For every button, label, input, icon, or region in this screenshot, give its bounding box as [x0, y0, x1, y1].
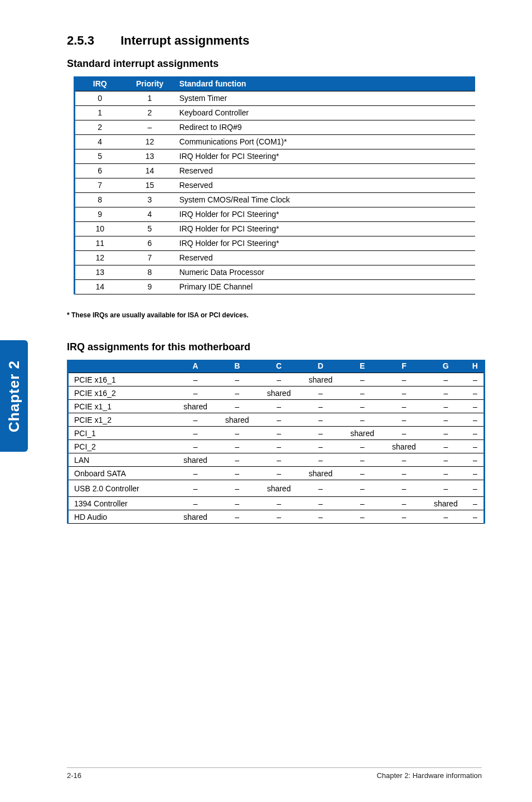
table-row: PCIE x16_1–––shared–––– — [69, 373, 483, 386]
subheading-standard-assignments: Standard interrupt assignments — [67, 58, 482, 70]
table-row: 1394 Controller––––––shared– — [69, 497, 483, 510]
cell-value: – — [175, 427, 216, 440]
cell-value: – — [175, 440, 216, 453]
cell-value: – — [216, 400, 258, 413]
cell-function: IRQ Holder for PCI Steering* — [175, 236, 476, 250]
cell-irq: 8 — [75, 192, 125, 207]
cell-function: Reserved — [175, 250, 476, 265]
table-header-row: IRQ Priority Standard function — [75, 76, 476, 91]
standard-irq-table: IRQ Priority Standard function 01System … — [74, 76, 475, 294]
cell-value: – — [216, 510, 258, 524]
table-row: 412Communications Port (COM1)* — [75, 134, 476, 149]
cell-value: – — [467, 467, 483, 480]
page-footer: 2-16 Chapter 2: Hardware information — [67, 767, 482, 780]
table-row: 12Keyboard Controller — [75, 105, 476, 120]
cell-value: – — [299, 427, 341, 440]
cell-device: PCIE x1_1 — [69, 400, 175, 413]
cell-value: shared — [258, 480, 300, 497]
col-header-h: H — [467, 360, 483, 373]
page: Chapter 2 2.5.3 Interrupt assignments St… — [0, 0, 532, 802]
cell-value: – — [425, 427, 467, 440]
table-row: 614Reserved — [75, 163, 476, 178]
cell-function: Numeric Data Processor — [175, 265, 476, 279]
cell-device: PCIE x16_1 — [69, 373, 175, 386]
cell-value: – — [383, 373, 425, 386]
cell-value: – — [299, 497, 341, 510]
cell-value: shared — [341, 427, 383, 440]
cell-device: PCI_1 — [69, 427, 175, 440]
cell-value: – — [258, 373, 300, 386]
cell-priority: 5 — [125, 221, 175, 236]
cell-value: – — [467, 373, 483, 386]
cell-value: – — [425, 467, 467, 480]
cell-irq: 10 — [75, 221, 125, 236]
cell-value: – — [467, 440, 483, 453]
cell-value: – — [341, 453, 383, 467]
cell-priority: 12 — [125, 134, 175, 149]
cell-priority: 4 — [125, 207, 175, 221]
cell-device: PCI_2 — [69, 440, 175, 453]
cell-priority: 9 — [125, 279, 175, 294]
page-number: 2-16 — [67, 771, 81, 780]
cell-value: – — [383, 480, 425, 497]
cell-value: – — [425, 373, 467, 386]
cell-priority: – — [125, 120, 175, 134]
table-row: PCI_1––––shared––– — [69, 427, 483, 440]
cell-value: – — [341, 413, 383, 427]
cell-value: shared — [175, 400, 216, 413]
cell-value: shared — [175, 510, 216, 524]
cell-function: IRQ Holder for PCI Steering* — [175, 221, 476, 236]
cell-value: – — [299, 413, 341, 427]
cell-function: Reserved — [175, 163, 476, 178]
table-row: Onboard SATA–––shared–––– — [69, 467, 483, 480]
cell-value: – — [383, 413, 425, 427]
cell-irq: 12 — [75, 250, 125, 265]
cell-function: Reserved — [175, 178, 476, 192]
cell-value: – — [383, 386, 425, 400]
cell-device: PCIE x16_2 — [69, 386, 175, 400]
col-header-e: E — [341, 360, 383, 373]
cell-value: – — [258, 453, 300, 467]
cell-value: – — [299, 400, 341, 413]
cell-value: – — [467, 413, 483, 427]
cell-value: – — [467, 480, 483, 497]
cell-irq: 1 — [75, 105, 125, 120]
cell-value: – — [175, 373, 216, 386]
table-row: 149Primary IDE Channel — [75, 279, 476, 294]
table-row: USB 2.0 Controller––shared––––– — [69, 480, 483, 497]
table-row: 513IRQ Holder for PCI Steering* — [75, 149, 476, 163]
cell-value: – — [383, 510, 425, 524]
cell-value: – — [383, 400, 425, 413]
cell-device: USB 2.0 Controller — [69, 480, 175, 497]
cell-value: – — [175, 497, 216, 510]
col-header-d: D — [299, 360, 341, 373]
cell-value: – — [216, 497, 258, 510]
cell-priority: 14 — [125, 163, 175, 178]
cell-function: Communications Port (COM1)* — [175, 134, 476, 149]
cell-irq: 11 — [75, 236, 125, 250]
cell-value: – — [425, 453, 467, 467]
cell-value: – — [299, 510, 341, 524]
cell-function: Keyboard Controller — [175, 105, 476, 120]
cell-device: LAN — [69, 453, 175, 467]
cell-irq: 6 — [75, 163, 125, 178]
footnote-text: * These IRQs are usually available for I… — [67, 311, 482, 319]
table-row: 715Reserved — [75, 178, 476, 192]
cell-value: – — [216, 386, 258, 400]
cell-value: – — [216, 427, 258, 440]
cell-value: – — [383, 427, 425, 440]
cell-value: – — [216, 440, 258, 453]
cell-value: – — [425, 440, 467, 453]
section-number: 2.5.3 — [67, 33, 117, 48]
cell-value: – — [341, 373, 383, 386]
cell-priority: 15 — [125, 178, 175, 192]
cell-value: shared — [258, 386, 300, 400]
cell-value: – — [467, 386, 483, 400]
cell-value: – — [467, 427, 483, 440]
table-header-row: A B C D E F G H — [69, 360, 483, 373]
col-header-g: G — [425, 360, 467, 373]
col-header-priority: Priority — [125, 76, 175, 91]
table-row: 138Numeric Data Processor — [75, 265, 476, 279]
table-row: PCIE x16_2––shared––––– — [69, 386, 483, 400]
table-row: PCI_2–––––shared–– — [69, 440, 483, 453]
